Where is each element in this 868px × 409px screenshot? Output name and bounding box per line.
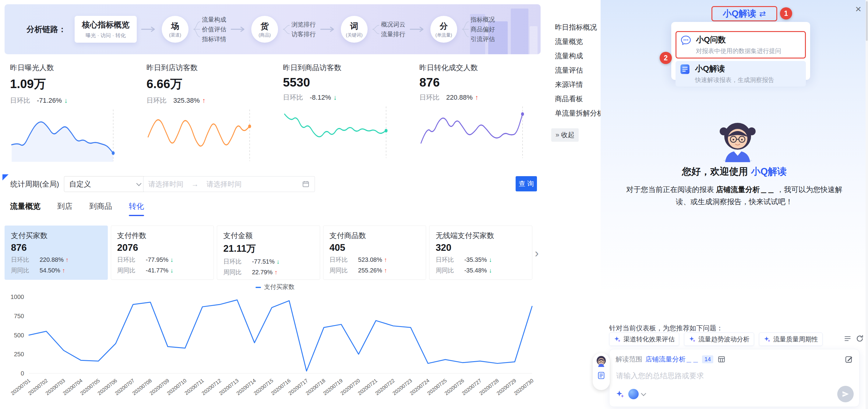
nav-list: 昨日指标概况流量概览流量构成流量评估来源详情商品看板单流量拆解分析 [555, 23, 608, 123]
scrollbar-thumb[interactable] [866, 1, 868, 41]
assistant-mode-label: 小Q解读 [723, 8, 756, 20]
page-scrollbar[interactable] [866, 0, 868, 409]
metric-value: 320 [436, 242, 526, 253]
chip-traffic-trend[interactable]: 流量趋势波动分析 [684, 332, 754, 346]
nav-source-details[interactable]: 来源详情 [555, 80, 608, 94]
nav-traffic-evaluation[interactable]: 流量评估 [555, 65, 608, 80]
compose-icon[interactable] [844, 355, 853, 363]
metric-value: 876 [11, 242, 101, 253]
metric-title: 支付商品数 [330, 231, 420, 240]
flow-branch-item[interactable]: 引流评估 [470, 35, 495, 43]
flow-branch-item[interactable]: 价值评估 [202, 25, 226, 33]
metric-pay-amount[interactable]: 支付金额21.11万日环比-77.51%↓周同比22.79%↑ [217, 226, 320, 280]
metric-pay-products[interactable]: 支付商品数405日环比523.08%↑周同比255.26%↑ [323, 226, 426, 280]
nav-traffic-composition[interactable]: 流量构成 [555, 51, 608, 65]
flow-branch-item[interactable]: 概况词云 [381, 21, 405, 29]
assistant-float-widget[interactable] [593, 353, 610, 390]
metric-ratio-value: 22.79% [252, 269, 273, 276]
tab-to-product[interactable]: 到商品 [89, 201, 112, 216]
metric-scroll-next-button[interactable]: › [535, 247, 539, 259]
flow-branch-item[interactable]: 指标概况 [470, 16, 495, 24]
metric-ratio-label: 周同比 [223, 268, 250, 276]
chip-traffic-quality[interactable]: 流量质量周期性 [759, 332, 823, 346]
metric-ratio-label: 周同比 [117, 266, 144, 274]
model-selector-icon[interactable] [628, 389, 639, 399]
send-button[interactable] [837, 386, 854, 402]
flow-branch-item[interactable]: 商品偏好 [470, 25, 495, 33]
collapse-button[interactable]: » 收起 [551, 128, 579, 142]
legend-label: 支付买家数 [264, 284, 294, 290]
list-icon[interactable] [844, 334, 851, 343]
kpi-sparkline-chart [283, 105, 395, 159]
metric-ratio-value: -77.51% [252, 258, 275, 265]
menu-item-interpret[interactable]: 小Q解读 快速解读报表，生成洞察报告 [676, 61, 806, 87]
date-start-input[interactable]: 请选择时间 [148, 179, 183, 189]
ai-assistant-panel: × 小Q解读 ⇄ 1 小Q问数 对报表中使用的数据集进行提问 小Q解读 快速解读… [600, 0, 868, 409]
flow-branch-item[interactable]: 访客排行 [291, 30, 316, 38]
metric-pay-items[interactable]: 支付件数2076日环比-77.95%↓周同比-41.77%↓ [111, 226, 214, 280]
chip-channel-conversion[interactable]: 渠道转化效果评估 [609, 332, 679, 346]
tab-conversion[interactable]: 转化 [129, 201, 144, 216]
assistant-mode-toggle[interactable]: 小Q解读 ⇄ [711, 6, 777, 21]
metric-ratio-label: 日环比 [436, 256, 462, 264]
mini-avatar [594, 355, 608, 368]
metric-pay-buyers[interactable]: 支付买家数876日环比220.88%↑周同比54.50%↑ [5, 226, 108, 280]
flow-node-channel[interactable]: 场(渠道) [162, 16, 188, 43]
chat-icon [680, 34, 692, 46]
chip-label: 渠道转化效果评估 [623, 335, 675, 344]
flow-branch-item[interactable]: 浏览排行 [291, 21, 316, 29]
metric-ratio-value: 54.50% [40, 267, 60, 274]
scope-report-link[interactable]: 店铺流量分析＿＿ [645, 355, 699, 364]
flow-node-traffic[interactable]: 分(单流量) [430, 16, 457, 43]
tab-to-store[interactable]: 到店 [57, 201, 72, 216]
metric-ratio-label: 周同比 [436, 266, 462, 274]
magic-wand-icon[interactable] [616, 389, 625, 399]
metric-ratio-row: 日环比-77.95%↓ [117, 256, 208, 264]
metric-ratio-value: 220.88% [40, 256, 64, 263]
close-icon[interactable]: × [855, 3, 861, 15]
trend-arrow-icon: ↓ [489, 256, 492, 263]
nav-traffic-overview[interactable]: 流量概览 [555, 37, 608, 51]
metric-ratio-label: 周同比 [330, 266, 356, 274]
metric-ratio-row: 周同比54.50%↑ [11, 266, 101, 274]
chevron-down-icon[interactable] [641, 391, 646, 396]
date-range-picker[interactable]: 请选择时间 → 请选择时间 [143, 176, 315, 192]
kpi-title: 昨日到商品访客数 [283, 63, 402, 72]
prompt-input[interactable] [616, 371, 831, 380]
period-select[interactable]: 自定义 [64, 176, 146, 192]
nav-single-traffic-analysis[interactable]: 单流量拆解分析 [555, 109, 608, 123]
branch-connector-icon [461, 18, 469, 40]
analysis-chain-flow: 分析链路： 核心指标概览 曝光 · 访问 · 转化 场(渠道)流量构成价值评估指… [5, 4, 540, 54]
nav-product-board[interactable]: 商品看板 [555, 94, 608, 109]
metric-wireless-pay-buyers[interactable]: 无线端支付买家数320日环比-35.35%↓周同比-35.48%↓ [429, 226, 532, 280]
flow-node-keyword[interactable]: 词(关键词) [341, 16, 368, 43]
flow-node-product[interactable]: 货(商品) [251, 16, 278, 43]
dataset-grid-icon[interactable] [717, 355, 725, 363]
menu-item-desc: 对报表中使用的数据集进行提问 [696, 47, 781, 55]
menu-item-qa[interactable]: 小Q问数 对报表中使用的数据集进行提问 [676, 31, 806, 59]
report-main: 分析链路： 核心指标概览 曝光 · 访问 · 转化 场(渠道)流量构成价值评估指… [0, 0, 548, 409]
flow-branch-item[interactable]: 流量构成 [202, 16, 226, 24]
flow-node-sub: (渠道) [169, 32, 181, 38]
core-metrics-title: 核心指标概览 [82, 20, 129, 30]
flow-branch-item[interactable]: 指标详情 [202, 35, 226, 43]
svg-text:20200730: 20200730 [513, 378, 534, 397]
core-metrics-node[interactable]: 核心指标概览 曝光 · 访问 · 转化 [74, 16, 137, 43]
kpi-ratio: 日环比-8.12%↓ [283, 93, 402, 102]
query-button[interactable]: 查 询 [516, 176, 537, 192]
flow-branch-item[interactable]: 流量排行 [381, 30, 405, 38]
refresh-icon[interactable] [856, 334, 864, 343]
double-chevron-icon: » [556, 131, 559, 139]
tab-traffic-overview[interactable]: 流量概览 [10, 201, 40, 216]
trend-arrow-icon: ↑ [475, 93, 478, 101]
metric-ratio-row: 日环比220.88%↑ [11, 256, 101, 264]
kpi-sparkline-chart [147, 108, 258, 163]
branch-connector-icon [193, 18, 201, 40]
mini-report-icon[interactable] [597, 371, 606, 380]
flow-arrow-icon [320, 26, 337, 33]
trend-arrow-icon: ↓ [170, 267, 173, 274]
date-end-input[interactable]: 请选择时间 [207, 179, 242, 189]
metric-ratio-value: -35.35% [464, 256, 487, 263]
nav-yesterday-metrics[interactable]: 昨日指标概况 [555, 23, 608, 37]
scope-count-badge: 14 [702, 355, 713, 363]
